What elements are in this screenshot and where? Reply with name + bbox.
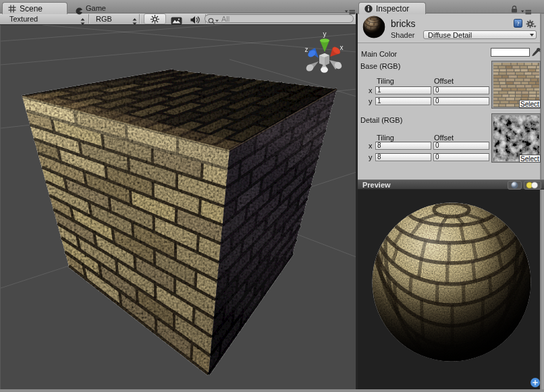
svg-text:z: z	[305, 46, 308, 53]
svg-text:y: y	[323, 30, 327, 38]
svg-text:x: x	[340, 44, 344, 51]
svg-text:?: ?	[517, 20, 520, 27]
